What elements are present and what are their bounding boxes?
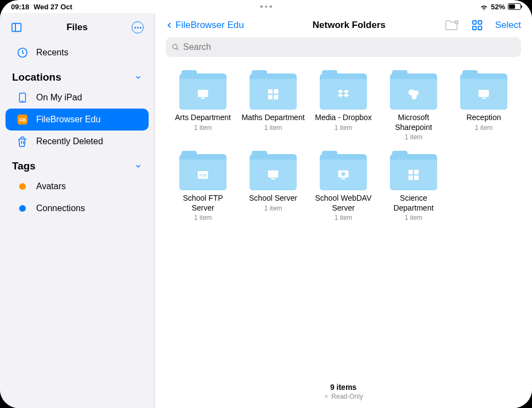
folder-name: Microsoft Sharepoint — [382, 113, 445, 132]
folder-subtitle: 1 item — [264, 124, 282, 132]
svg-point-21 — [412, 94, 417, 99]
section-label: Tags — [12, 160, 36, 172]
folder-subtitle: 1 item — [335, 124, 353, 132]
x-icon — [324, 394, 329, 399]
more-options-button[interactable] — [131, 21, 144, 34]
toolbar: FileBrowser Edu Network Folders Select — [155, 13, 532, 37]
folder-subtitle: 1 item — [194, 124, 212, 132]
folder-item[interactable]: Media - Dropbox1 item — [312, 73, 375, 141]
folder-icon — [390, 73, 437, 110]
folder-name: Arts Department — [175, 113, 231, 123]
wifi-icon — [480, 3, 488, 11]
svg-rect-22 — [479, 90, 489, 97]
svg-text:FB: FB — [19, 117, 26, 123]
section-header-locations[interactable]: Locations — [0, 64, 154, 87]
svg-rect-17 — [268, 95, 273, 99]
svg-point-12 — [173, 44, 177, 49]
svg-rect-0 — [12, 24, 21, 32]
folder-name: Media - Dropbox — [315, 113, 372, 123]
section-header-tags[interactable]: Tags — [0, 152, 154, 175]
hide-sidebar-button[interactable] — [10, 21, 23, 34]
svg-rect-16 — [274, 89, 278, 94]
read-only-badge: Read-Only — [155, 393, 532, 400]
chevron-down-icon — [134, 162, 142, 170]
folder-subtitle: 1 item — [405, 133, 423, 141]
svg-rect-27 — [271, 178, 275, 179]
back-label: FileBrowser Edu — [176, 20, 244, 31]
folder-icon — [320, 154, 367, 190]
folder-item[interactable]: FTPSchool FTP Server1 item — [171, 154, 235, 222]
svg-rect-13 — [198, 90, 208, 97]
folder-item[interactable]: Science Department1 item — [382, 154, 445, 222]
svg-rect-8 — [473, 21, 476, 24]
svg-rect-15 — [268, 89, 273, 94]
folder-name: Maths Department — [241, 113, 304, 123]
search-icon — [171, 43, 180, 52]
status-date: Wed 27 Oct — [33, 3, 72, 11]
status-bar: 09:18 Wed 27 Oct 52% — [0, 0, 532, 13]
svg-rect-11 — [478, 26, 482, 30]
folder-item[interactable]: Microsoft Sharepoint1 item — [382, 73, 445, 141]
sidebar-item-recents[interactable]: Recents — [5, 42, 149, 64]
svg-rect-18 — [274, 95, 278, 99]
folder-name: School WebDAV Server — [312, 194, 375, 213]
svg-rect-14 — [201, 98, 205, 99]
folder-subtitle: 1 item — [264, 205, 282, 212]
folder-name: School Server — [249, 194, 297, 203]
folder-item[interactable]: Maths Department1 item — [241, 73, 305, 141]
item-count: 9 items — [155, 383, 532, 392]
folder-icon — [250, 154, 297, 190]
svg-rect-34 — [414, 175, 418, 180]
folder-item[interactable]: School Server1 item — [241, 154, 305, 222]
folder-item[interactable]: Reception1 item — [452, 73, 516, 141]
folder-item[interactable]: Arts Department1 item — [171, 73, 235, 141]
back-button[interactable]: FileBrowser Edu — [166, 20, 253, 31]
sidebar: Files Recents Locations On My iPad — [0, 13, 155, 408]
folder-item[interactable]: School WebDAV Server1 item — [312, 154, 375, 222]
ipad-icon — [16, 92, 29, 104]
sidebar-title: Files — [23, 22, 131, 33]
sidebar-item-label: Connections — [36, 203, 85, 213]
sidebar-item-on-my-ipad[interactable]: On My iPad — [5, 87, 149, 109]
folder-name: Science Department — [382, 194, 445, 213]
sidebar-item-recently-deleted[interactable]: Recently Deleted — [5, 131, 149, 152]
select-button[interactable]: Select — [495, 20, 521, 31]
sidebar-tag-connections[interactable]: Connections — [5, 197, 149, 219]
sidebar-item-filebrowser-edu[interactable]: FB FileBrowser Edu — [5, 109, 149, 131]
folder-subtitle: 1 item — [475, 124, 493, 132]
folder-icon — [250, 73, 297, 110]
battery-icon — [508, 3, 521, 10]
multitasking-dots[interactable] — [260, 5, 272, 8]
folder-icon — [320, 73, 367, 110]
footer: 9 items Read-Only — [155, 378, 532, 408]
svg-rect-26 — [268, 171, 279, 178]
svg-point-4 — [22, 101, 22, 101]
trash-icon — [16, 135, 29, 148]
new-folder-icon — [445, 19, 459, 31]
search-bar[interactable] — [166, 37, 521, 57]
folder-grid: Arts Department1 itemMaths Department1 i… — [155, 63, 532, 378]
svg-rect-33 — [409, 175, 413, 180]
sidebar-item-label: Avatars — [36, 182, 66, 191]
clock-icon — [16, 47, 29, 59]
folder-icon — [179, 73, 227, 110]
sidebar-item-label: Recently Deleted — [36, 137, 103, 146]
svg-rect-23 — [482, 98, 486, 99]
svg-rect-10 — [473, 26, 476, 30]
svg-text:FTP: FTP — [199, 174, 207, 178]
folder-name: School FTP Server — [171, 194, 235, 213]
sidebar-item-label: Recents — [36, 48, 69, 58]
svg-rect-9 — [478, 21, 482, 24]
search-input[interactable] — [183, 42, 516, 52]
folder-icon — [390, 154, 437, 190]
tag-dot-icon — [16, 202, 29, 214]
folder-subtitle: 1 item — [194, 214, 212, 222]
folder-name: Reception — [466, 113, 501, 123]
sidebar-item-label: On My iPad — [36, 93, 82, 103]
chevron-down-icon — [134, 73, 142, 81]
folder-subtitle: 1 item — [335, 214, 353, 222]
sidebar-tag-avatars[interactable]: Avatars — [5, 175, 149, 197]
svg-rect-30 — [342, 178, 346, 179]
status-time: 09:18 — [11, 3, 29, 11]
grid-view-icon[interactable] — [471, 19, 483, 31]
